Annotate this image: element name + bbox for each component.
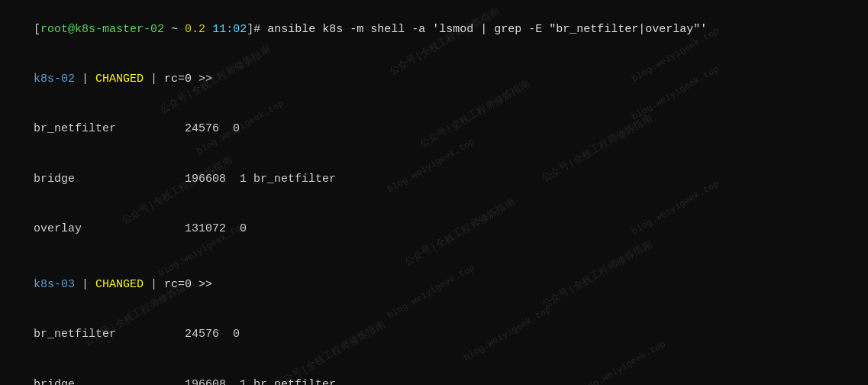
block1-size2: 196608	[185, 173, 226, 186]
prompt-bracket-open: [	[34, 23, 40, 36]
block1-module3: overlay	[34, 222, 185, 235]
spacer1	[6, 254, 862, 260]
command-text: ansible k8s -m shell -a 'lsmod | grep -E…	[260, 23, 707, 36]
block1-size1: 24576	[185, 122, 219, 135]
block1-row3: overlay 131072 0	[6, 204, 862, 254]
prompt-bracket-close: ]	[247, 23, 253, 36]
block2-dep2: br_netfilter	[253, 378, 336, 386]
prompt-line: [root@k8s-master-02 ~ 0.2 11:02]# ansibl…	[6, 5, 862, 54]
block2-rc: rc=0 >>	[164, 278, 212, 291]
block1-refs2: 1	[226, 173, 253, 186]
block1-sep2: |	[144, 73, 164, 86]
prompt-time: 11:02	[212, 23, 247, 36]
block1-dep2: br_netfilter	[253, 173, 336, 186]
prompt-hash: #	[253, 23, 260, 36]
block2-header: k8s-03 | CHANGED | rc=0 >>	[6, 260, 862, 309]
block1-node: k8s-02	[34, 73, 75, 86]
block2-size1: 24576	[185, 328, 219, 341]
block1-status: CHANGED	[95, 73, 144, 86]
terminal: [root@k8s-master-02 ~ 0.2 11:02]# ansibl…	[0, 0, 868, 385]
block2-refs1: 0	[219, 328, 240, 341]
block2-status: CHANGED	[95, 278, 144, 291]
prompt-user: root@	[40, 23, 75, 36]
block2-node: k8s-03	[34, 278, 75, 291]
block1-refs1: 0	[219, 122, 240, 135]
prompt-path: ~	[164, 23, 185, 36]
block2-refs2: 1	[226, 378, 253, 386]
block1-row1: br_netfilter 24576 0	[6, 105, 862, 154]
block1-size3: 131072	[185, 222, 226, 235]
block1-row2: bridge 196608 1 br_netfilter	[6, 154, 862, 204]
block1-module2: bridge	[34, 173, 185, 186]
prompt-space	[205, 23, 212, 36]
block1-module1: br_netfilter	[34, 122, 185, 135]
block1-header: k8s-02 | CHANGED | rc=0 >>	[6, 54, 862, 104]
block1-refs3: 0	[226, 222, 247, 235]
block2-sep1: |	[75, 278, 95, 291]
block2-row1: br_netfilter 24576 0	[6, 310, 862, 360]
block2-row2: bridge 196608 1 br_netfilter	[6, 360, 862, 385]
block1-rc: rc=0 >>	[164, 73, 212, 86]
block1-sep1: |	[75, 73, 95, 86]
block2-module1: br_netfilter	[34, 328, 185, 341]
block2-size2: 196608	[185, 378, 226, 386]
block2-module2: bridge	[34, 378, 185, 386]
block2-sep2: |	[144, 278, 164, 291]
prompt-host: k8s-master-02	[75, 23, 164, 36]
prompt-load: 0.2	[185, 23, 205, 36]
